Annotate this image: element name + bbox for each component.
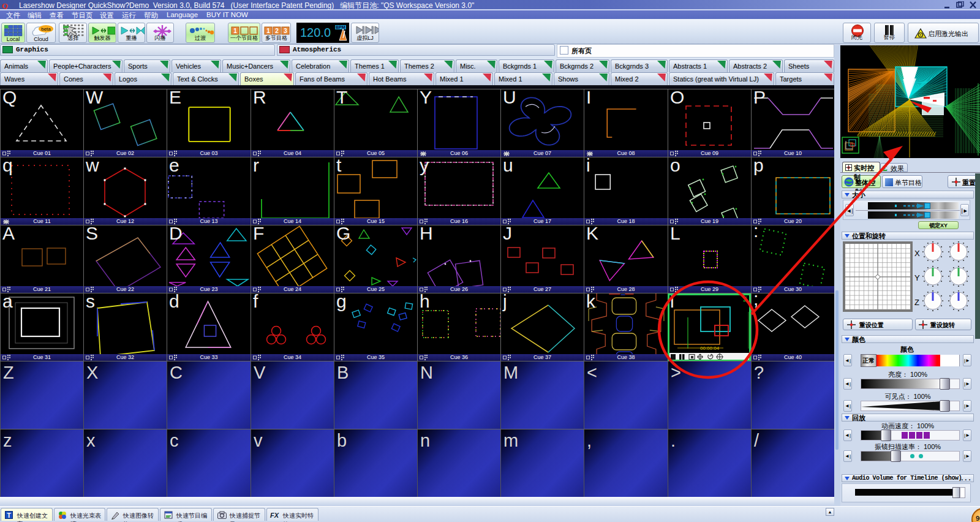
svg-text:1: 1 — [233, 28, 237, 34]
svg-text:3: 3 — [284, 28, 287, 34]
svg-text:beta: beta — [41, 26, 51, 32]
svg-text:1: 1 — [266, 28, 270, 34]
svg-text:2: 2 — [275, 28, 279, 34]
